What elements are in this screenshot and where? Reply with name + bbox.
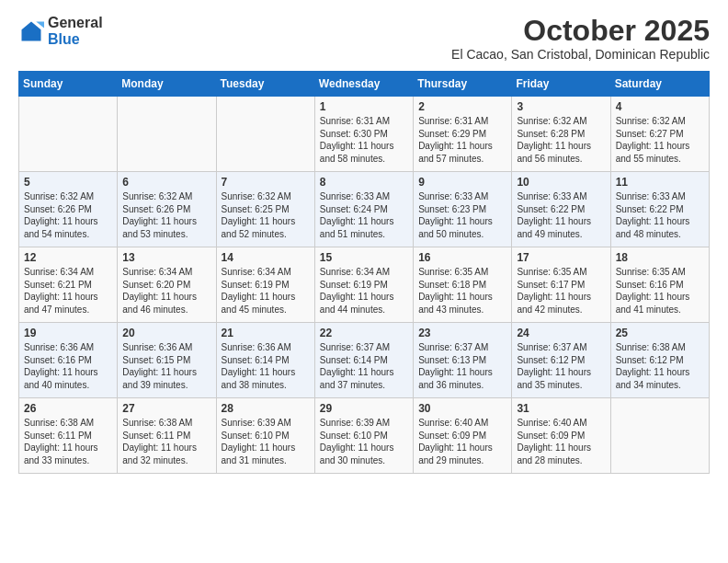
calendar-cell <box>610 398 709 474</box>
logo-blue-text: Blue <box>48 31 103 48</box>
week-row-1: 1Sunrise: 6:31 AM Sunset: 6:30 PM Daylig… <box>19 97 710 172</box>
day-info: Sunrise: 6:37 AM Sunset: 6:12 PM Dayligh… <box>517 341 605 391</box>
calendar-cell: 23Sunrise: 6:37 AM Sunset: 6:13 PM Dayli… <box>414 323 512 398</box>
title-block: October 2025 El Cacao, San Cristobal, Do… <box>451 15 710 62</box>
calendar-cell: 17Sunrise: 6:35 AM Sunset: 6:17 PM Dayli… <box>512 247 610 323</box>
day-number: 6 <box>122 176 210 189</box>
day-number: 29 <box>320 402 408 415</box>
calendar-cell: 11Sunrise: 6:33 AM Sunset: 6:22 PM Dayli… <box>610 172 709 247</box>
day-info: Sunrise: 6:31 AM Sunset: 6:29 PM Dayligh… <box>418 115 506 165</box>
calendar-cell <box>19 97 118 172</box>
day-info: Sunrise: 6:34 AM Sunset: 6:19 PM Dayligh… <box>320 266 408 316</box>
day-info: Sunrise: 6:38 AM Sunset: 6:11 PM Dayligh… <box>24 417 112 466</box>
day-info: Sunrise: 6:39 AM Sunset: 6:10 PM Dayligh… <box>320 417 408 466</box>
day-number: 13 <box>122 251 210 264</box>
day-number: 8 <box>320 176 408 189</box>
calendar-cell: 8Sunrise: 6:33 AM Sunset: 6:24 PM Daylig… <box>314 172 413 247</box>
calendar-cell: 14Sunrise: 6:34 AM Sunset: 6:19 PM Dayli… <box>216 247 314 323</box>
day-info: Sunrise: 6:40 AM Sunset: 6:09 PM Dayligh… <box>418 417 506 466</box>
week-row-5: 26Sunrise: 6:38 AM Sunset: 6:11 PM Dayli… <box>19 398 710 474</box>
weekday-header-sunday: Sunday <box>19 72 118 97</box>
day-number: 15 <box>320 251 408 264</box>
calendar-cell: 10Sunrise: 6:33 AM Sunset: 6:22 PM Dayli… <box>512 172 610 247</box>
calendar-cell: 7Sunrise: 6:32 AM Sunset: 6:25 PM Daylig… <box>216 172 314 247</box>
day-info: Sunrise: 6:35 AM Sunset: 6:16 PM Dayligh… <box>616 266 704 316</box>
weekday-header-tuesday: Tuesday <box>216 72 314 97</box>
day-info: Sunrise: 6:31 AM Sunset: 6:30 PM Dayligh… <box>320 115 408 165</box>
calendar-cell: 1Sunrise: 6:31 AM Sunset: 6:30 PM Daylig… <box>314 97 413 172</box>
week-row-3: 12Sunrise: 6:34 AM Sunset: 6:21 PM Dayli… <box>19 247 710 323</box>
week-row-4: 19Sunrise: 6:36 AM Sunset: 6:16 PM Dayli… <box>19 323 710 398</box>
calendar-cell: 3Sunrise: 6:32 AM Sunset: 6:28 PM Daylig… <box>512 97 610 172</box>
calendar-cell <box>216 97 314 172</box>
day-number: 18 <box>616 251 704 264</box>
day-info: Sunrise: 6:35 AM Sunset: 6:18 PM Dayligh… <box>418 266 506 316</box>
logo-general-text: General <box>48 15 103 31</box>
day-number: 27 <box>122 402 210 415</box>
logo: General Blue <box>18 15 103 47</box>
day-number: 14 <box>222 251 310 264</box>
day-info: Sunrise: 6:40 AM Sunset: 6:09 PM Dayligh… <box>517 417 605 466</box>
day-info: Sunrise: 6:36 AM Sunset: 6:14 PM Dayligh… <box>222 341 310 391</box>
day-info: Sunrise: 6:34 AM Sunset: 6:21 PM Dayligh… <box>24 266 112 316</box>
day-number: 30 <box>418 402 506 415</box>
day-number: 25 <box>616 327 704 339</box>
day-info: Sunrise: 6:37 AM Sunset: 6:14 PM Dayligh… <box>320 341 408 391</box>
calendar-cell: 22Sunrise: 6:37 AM Sunset: 6:14 PM Dayli… <box>314 323 413 398</box>
day-info: Sunrise: 6:38 AM Sunset: 6:12 PM Dayligh… <box>616 341 704 391</box>
week-row-2: 5Sunrise: 6:32 AM Sunset: 6:26 PM Daylig… <box>19 172 710 247</box>
day-number: 5 <box>24 176 112 189</box>
day-info: Sunrise: 6:32 AM Sunset: 6:27 PM Dayligh… <box>616 115 704 165</box>
day-number: 2 <box>418 100 506 113</box>
calendar-cell: 25Sunrise: 6:38 AM Sunset: 6:12 PM Dayli… <box>610 323 709 398</box>
calendar-body: 1Sunrise: 6:31 AM Sunset: 6:30 PM Daylig… <box>19 97 710 474</box>
page: General Blue October 2025 El Cacao, San … <box>0 0 728 563</box>
calendar-cell: 24Sunrise: 6:37 AM Sunset: 6:12 PM Dayli… <box>512 323 610 398</box>
month-title: October 2025 <box>451 15 710 47</box>
calendar-cell: 19Sunrise: 6:36 AM Sunset: 6:16 PM Dayli… <box>19 323 118 398</box>
calendar-cell: 4Sunrise: 6:32 AM Sunset: 6:27 PM Daylig… <box>610 97 709 172</box>
day-number: 22 <box>320 327 408 339</box>
day-number: 3 <box>517 100 605 113</box>
day-number: 11 <box>616 176 704 189</box>
day-info: Sunrise: 6:32 AM Sunset: 6:28 PM Dayligh… <box>517 115 605 165</box>
day-info: Sunrise: 6:33 AM Sunset: 6:23 PM Dayligh… <box>418 190 506 240</box>
calendar-cell: 18Sunrise: 6:35 AM Sunset: 6:16 PM Dayli… <box>610 247 709 323</box>
day-number: 7 <box>222 176 310 189</box>
day-info: Sunrise: 6:36 AM Sunset: 6:16 PM Dayligh… <box>24 341 112 391</box>
day-number: 31 <box>517 402 605 415</box>
calendar-cell: 6Sunrise: 6:32 AM Sunset: 6:26 PM Daylig… <box>118 172 216 247</box>
calendar-cell: 20Sunrise: 6:36 AM Sunset: 6:15 PM Dayli… <box>118 323 216 398</box>
day-number: 12 <box>24 251 112 264</box>
calendar-cell: 16Sunrise: 6:35 AM Sunset: 6:18 PM Dayli… <box>414 247 512 323</box>
weekday-row: SundayMondayTuesdayWednesdayThursdayFrid… <box>19 72 710 97</box>
day-number: 16 <box>418 251 506 264</box>
day-info: Sunrise: 6:37 AM Sunset: 6:13 PM Dayligh… <box>418 341 506 391</box>
calendar-cell: 29Sunrise: 6:39 AM Sunset: 6:10 PM Dayli… <box>314 398 413 474</box>
day-number: 19 <box>24 327 112 339</box>
weekday-header-thursday: Thursday <box>414 72 512 97</box>
calendar-cell: 9Sunrise: 6:33 AM Sunset: 6:23 PM Daylig… <box>414 172 512 247</box>
day-number: 28 <box>222 402 310 415</box>
day-info: Sunrise: 6:34 AM Sunset: 6:20 PM Dayligh… <box>122 266 210 316</box>
day-number: 24 <box>517 327 605 339</box>
calendar-cell: 5Sunrise: 6:32 AM Sunset: 6:26 PM Daylig… <box>19 172 118 247</box>
weekday-header-wednesday: Wednesday <box>314 72 413 97</box>
svg-marker-0 <box>22 21 41 40</box>
calendar-cell: 30Sunrise: 6:40 AM Sunset: 6:09 PM Dayli… <box>414 398 512 474</box>
day-info: Sunrise: 6:32 AM Sunset: 6:26 PM Dayligh… <box>24 190 112 240</box>
day-number: 10 <box>517 176 605 189</box>
weekday-header-friday: Friday <box>512 72 610 97</box>
day-info: Sunrise: 6:36 AM Sunset: 6:15 PM Dayligh… <box>122 341 210 391</box>
logo-icon <box>18 18 44 44</box>
day-info: Sunrise: 6:33 AM Sunset: 6:22 PM Dayligh… <box>517 190 605 240</box>
day-info: Sunrise: 6:32 AM Sunset: 6:26 PM Dayligh… <box>122 190 210 240</box>
calendar-cell: 27Sunrise: 6:38 AM Sunset: 6:11 PM Dayli… <box>118 398 216 474</box>
calendar-table: SundayMondayTuesdayWednesdayThursdayFrid… <box>18 71 710 474</box>
day-number: 21 <box>222 327 310 339</box>
calendar-cell: 21Sunrise: 6:36 AM Sunset: 6:14 PM Dayli… <box>216 323 314 398</box>
day-number: 17 <box>517 251 605 264</box>
calendar-cell <box>118 97 216 172</box>
day-info: Sunrise: 6:35 AM Sunset: 6:17 PM Dayligh… <box>517 266 605 316</box>
calendar-cell: 28Sunrise: 6:39 AM Sunset: 6:10 PM Dayli… <box>216 398 314 474</box>
